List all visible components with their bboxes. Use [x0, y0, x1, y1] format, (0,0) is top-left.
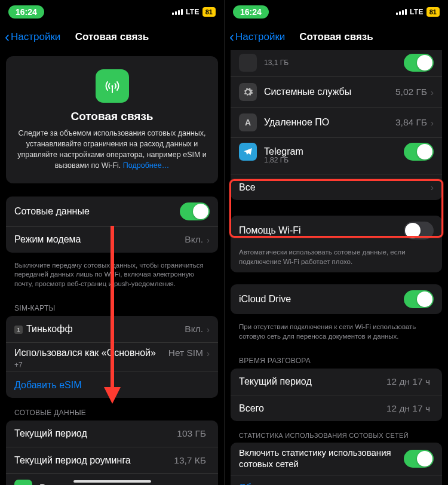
sims-header: SIM-КАРТЫ — [6, 298, 218, 316]
row-value: 103 ГБ — [177, 428, 206, 439]
telegram-icon — [239, 143, 257, 161]
row-value: Вкл. — [185, 234, 203, 245]
row-label: Использовался как «Основной» — [14, 348, 168, 358]
row-label: Сотовые данные — [14, 206, 180, 217]
stats-group: Включить статистику использования сотовы… — [231, 443, 442, 485]
back-label: Настройки — [235, 31, 285, 43]
row-label: iCloud Drive — [239, 294, 404, 305]
row-value: Вкл. — [185, 324, 203, 334]
signal-icon — [396, 9, 407, 15]
wifi-assist-toggle[interactable] — [404, 222, 434, 240]
row-label: Удаленное ПО — [264, 117, 395, 128]
gear-icon — [239, 83, 257, 101]
cellular-icon — [96, 69, 129, 103]
system-services-row[interactable]: Системные службы 5,02 ГБ › — [231, 76, 442, 107]
sim-row[interactable]: 1Тинькофф Вкл. › — [6, 316, 218, 342]
roaming-period-row[interactable]: Текущий период роуминга 13,7 КБ — [6, 447, 218, 473]
app-usage-row[interactable]: 13,1 ГБ — [231, 50, 442, 76]
talk-current-row: Текущий период 12 дн 17 ч — [231, 369, 442, 395]
content-scroll[interactable]: 13,1 ГБ Системные службы 5,02 ГБ › A Уда… — [225, 50, 448, 485]
wifi-assist-group: Помощь Wi-Fi Автоматически использовать … — [231, 216, 442, 272]
telegram-row[interactable]: Telegram 1,82 ГБ — [231, 137, 442, 174]
svg-point-1 — [111, 85, 113, 87]
apps-usage-group: 13,1 ГБ Системные службы 5,02 ГБ › A Уда… — [231, 50, 442, 200]
left-screenshot: 16:24 LTE 81 ‹ Настройки Сотовая связь С… — [0, 0, 224, 485]
chevron-right-icon: › — [431, 87, 434, 97]
hero-title: Сотовая связь — [16, 110, 208, 123]
row-label: Режим модема — [14, 234, 185, 245]
enable-stats-toggle[interactable] — [404, 450, 434, 468]
talk-time-group: Текущий период 12 дн 17 ч Всего 12 дн 17… — [231, 369, 442, 421]
cellular-data-group: Сотовые данные Режим модема Вкл. › — [6, 197, 218, 253]
add-esim-row[interactable]: Добавить eSIM — [6, 372, 218, 398]
app-toggle[interactable] — [404, 54, 434, 72]
row-value: 3,84 ГБ — [395, 117, 427, 128]
app-toggle[interactable] — [404, 143, 434, 161]
chevron-right-icon: › — [431, 182, 434, 192]
right-screenshot: 16:24 LTE 81 ‹ Настройки Сотовая связь 1… — [224, 0, 448, 485]
sims-group: 1Тинькофф Вкл. › Использовался как «Осно… — [6, 316, 218, 398]
icloud-drive-row[interactable]: iCloud Drive — [231, 284, 442, 314]
all-apps-row[interactable]: Все › — [231, 174, 442, 200]
icloud-drive-group: iCloud Drive — [231, 284, 442, 314]
home-indicator — [73, 480, 151, 483]
page-title: Сотовая связь — [75, 31, 149, 43]
chevron-left-icon: ‹ — [229, 30, 234, 44]
chevron-left-icon: ‹ — [5, 30, 10, 44]
wifi-assist-footer: Автоматически использовать сотовые данны… — [231, 245, 442, 272]
wifi-assist-row[interactable]: Помощь Wi-Fi — [231, 216, 442, 245]
current-period-row[interactable]: Текущий период 103 ГБ — [6, 420, 218, 447]
sim-badge-icon: 1 — [14, 326, 23, 334]
row-value: 13,1 ГБ — [264, 59, 404, 67]
chevron-right-icon: › — [207, 348, 210, 358]
status-right: LTE 81 — [396, 7, 440, 17]
hero-body: Следите за объемом использования сотовых… — [16, 128, 208, 171]
cellular-data-toggle[interactable] — [180, 202, 210, 220]
status-right: LTE 81 — [172, 7, 216, 17]
status-bar: 16:24 LTE 81 — [0, 0, 224, 24]
cellular-data-row[interactable]: Сотовые данные — [6, 197, 218, 226]
back-button[interactable]: ‹ Настройки — [5, 30, 60, 44]
status-time: 16:24 — [233, 5, 269, 19]
row-sublabel: 1,82 ГБ — [264, 156, 289, 164]
talk-total-row: Всего 12 дн 17 ч — [231, 395, 442, 421]
status-time: 16:24 — [8, 5, 44, 19]
learn-more-link[interactable]: Подробнее… — [123, 161, 169, 170]
talk-time-header: ВРЕМЯ РАЗГОВОРА — [231, 351, 442, 369]
icloud-drive-toggle[interactable] — [404, 290, 434, 308]
row-label: Текущий период роуминга — [14, 455, 174, 466]
nav-header: ‹ Настройки Сотовая связь — [0, 24, 224, 50]
row-label: Всего — [239, 403, 386, 414]
hotspot-usage-row[interactable]: Режим модема 78,1 ГБ › — [6, 473, 218, 485]
add-esim-label: Добавить eSIM — [14, 380, 210, 391]
row-value: 5,02 ГБ — [395, 87, 427, 97]
chevron-right-icon: › — [207, 235, 210, 245]
appstore-icon: A — [239, 113, 257, 131]
chevron-right-icon: › — [207, 324, 210, 334]
reset-stats-label: Сбросить статистику — [239, 483, 434, 485]
back-button[interactable]: ‹ Настройки — [229, 30, 285, 44]
row-value: 12 дн 17 ч — [386, 376, 430, 387]
row-label: Текущий период — [14, 428, 177, 439]
enable-stats-row[interactable]: Включить статистику использования сотовы… — [231, 443, 442, 475]
signal-icon — [172, 9, 183, 15]
network-type: LTE — [186, 8, 200, 16]
row-label: 1Тинькофф — [14, 324, 185, 334]
row-label: Системные службы — [264, 87, 395, 97]
used-as-row[interactable]: Использовался как «Основной» +7 Нет SIM … — [6, 342, 218, 372]
app-icon — [239, 54, 257, 72]
content-scroll[interactable]: Сотовая связь Следите за объемом использ… — [0, 50, 224, 485]
hero-card: Сотовая связь Следите за объемом использ… — [6, 56, 218, 183]
row-label: Помощь Wi-Fi — [239, 225, 404, 236]
cellular-data-section-header: СОТОВЫЕ ДАННЫЕ — [6, 403, 218, 420]
personal-hotspot-row[interactable]: Режим модема Вкл. › — [6, 226, 218, 253]
remote-software-row[interactable]: A Удаленное ПО 3,84 ГБ › — [231, 107, 442, 137]
icloud-drive-footer: При отсутствии подключения к сети Wi-Fi … — [231, 319, 442, 351]
row-sublabel: +7 — [14, 361, 23, 369]
usage-group: Текущий период 103 ГБ Текущий период роу… — [6, 420, 218, 485]
battery-indicator: 81 — [202, 7, 216, 17]
reset-stats-row[interactable]: Сбросить статистику — [231, 475, 442, 485]
row-value: 12 дн 17 ч — [386, 403, 430, 414]
cellular-data-footer: Выключите передачу сотовых данных, чтобы… — [6, 257, 218, 299]
page-title: Сотовая связь — [299, 31, 373, 43]
